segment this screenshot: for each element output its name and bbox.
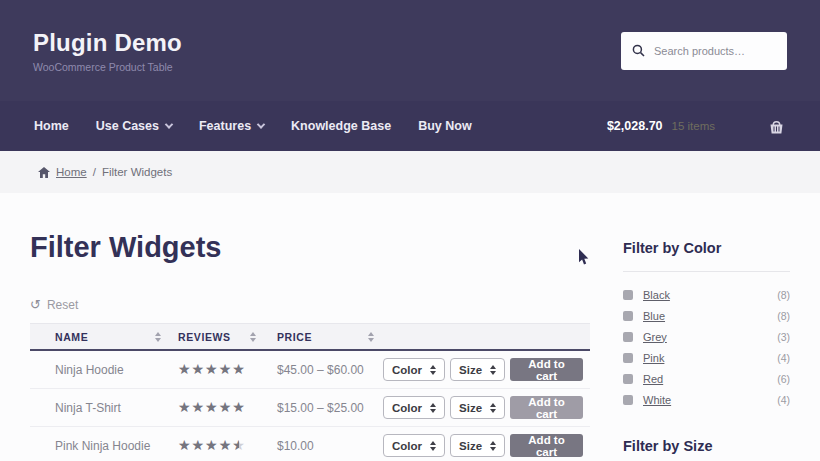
breadcrumb: Home / Filter Widgets bbox=[0, 151, 820, 193]
nav-item-buy-now[interactable]: Buy Now bbox=[418, 119, 471, 133]
nav-item-label: Features bbox=[199, 119, 251, 133]
nav-item-home[interactable]: Home bbox=[34, 119, 69, 133]
select-stepper-icon bbox=[430, 441, 436, 451]
product-price: $45.00 – $60.00 bbox=[265, 363, 383, 377]
color-swatch-icon bbox=[623, 395, 633, 405]
filter-link[interactable]: Red bbox=[643, 373, 663, 385]
select-label: Size bbox=[459, 440, 482, 452]
select-label: Size bbox=[459, 364, 482, 376]
nav-item-knowledge-base[interactable]: Knowledge Base bbox=[291, 119, 391, 133]
size-select[interactable]: Size bbox=[450, 358, 505, 381]
column-header-name[interactable]: NAME bbox=[30, 324, 170, 349]
color-select[interactable]: Color bbox=[383, 434, 445, 457]
color-select[interactable]: Color bbox=[383, 396, 445, 419]
sort-icon[interactable] bbox=[155, 332, 161, 342]
nav-item-features[interactable]: Features bbox=[199, 119, 264, 133]
filter-link[interactable]: Pink bbox=[643, 352, 664, 364]
nav-item-label: Knowledge Base bbox=[291, 119, 391, 133]
color-filter-pink[interactable]: Pink (4) bbox=[623, 352, 790, 363]
home-icon bbox=[38, 167, 50, 178]
site-subtitle: WooCommerce Product Table bbox=[33, 61, 182, 73]
site-title[interactable]: Plugin Demo bbox=[33, 29, 182, 57]
table-row: Ninja T-Shirt ★★★★★★★★★★ $15.00 – $25.00… bbox=[30, 389, 590, 427]
filter-sidebar: Filter by Color Black (8) Blue (8) Grey … bbox=[623, 193, 790, 461]
filter-count: (4) bbox=[777, 352, 790, 364]
select-stepper-icon bbox=[490, 365, 496, 375]
color-swatch-icon bbox=[623, 290, 633, 300]
filter-link[interactable]: Black bbox=[643, 289, 670, 301]
color-filter-blue[interactable]: Blue (8) bbox=[623, 310, 790, 321]
size-select[interactable]: Size bbox=[450, 396, 505, 419]
add-to-cart-button[interactable]: Add to cart bbox=[510, 434, 583, 457]
page: Plugin Demo WooCommerce Product Table Ho… bbox=[0, 0, 820, 461]
product-name: Pink Ninja Hoodie bbox=[30, 439, 170, 453]
nav-item-use-cases[interactable]: Use Cases bbox=[96, 119, 172, 133]
filter-count: (8) bbox=[777, 310, 790, 322]
table-row: Pink Ninja Hoodie ★★★★★★★★★★ $10.00 Colo… bbox=[30, 427, 590, 461]
color-swatch-icon bbox=[623, 374, 633, 384]
table-row: Ninja Hoodie ★★★★★★★★★★ $45.00 – $60.00 … bbox=[30, 351, 590, 389]
filter-count: (3) bbox=[777, 331, 790, 343]
filter-count: (8) bbox=[777, 289, 790, 301]
breadcrumb-current: Filter Widgets bbox=[102, 166, 172, 178]
chevron-down-icon bbox=[257, 120, 265, 128]
product-price: $10.00 bbox=[265, 439, 383, 453]
product-reviews: ★★★★★★★★★★ bbox=[170, 400, 265, 415]
filter-link[interactable]: White bbox=[643, 394, 671, 406]
product-reviews: ★★★★★★★★★★ bbox=[170, 438, 265, 453]
search-icon bbox=[632, 44, 645, 57]
filter-count: (6) bbox=[777, 373, 790, 385]
search-box[interactable] bbox=[621, 32, 787, 70]
select-stepper-icon bbox=[490, 403, 496, 413]
reset-icon: ↺ bbox=[30, 297, 41, 312]
sort-icon[interactable] bbox=[250, 332, 256, 342]
divider bbox=[623, 271, 790, 272]
filter-by-color-title: Filter by Color bbox=[623, 240, 790, 256]
sort-icon[interactable] bbox=[368, 332, 374, 342]
breadcrumb-home-link[interactable]: Home bbox=[56, 166, 87, 178]
select-stepper-icon bbox=[490, 441, 496, 451]
color-filter-red[interactable]: Red (6) bbox=[623, 373, 790, 384]
size-select[interactable]: Size bbox=[450, 434, 505, 457]
add-to-cart-button[interactable]: Add to cart bbox=[510, 396, 583, 419]
color-swatch-icon bbox=[623, 311, 633, 321]
product-name: Ninja T-Shirt bbox=[30, 401, 170, 415]
cart-total: $2,028.70 bbox=[607, 119, 663, 133]
filter-count: (4) bbox=[777, 394, 790, 406]
star-rating: ★★★★★★★★★★ bbox=[178, 400, 246, 414]
page-title: Filter Widgets bbox=[30, 231, 590, 264]
color-filter-grey[interactable]: Grey (3) bbox=[623, 331, 790, 342]
breadcrumb-separator: / bbox=[93, 166, 96, 178]
chevron-down-icon bbox=[165, 120, 173, 128]
product-price: $15.00 – $25.00 bbox=[265, 401, 383, 415]
star-rating: ★★★★★★★★★★ bbox=[178, 438, 246, 452]
column-header-reviews[interactable]: REVIEWS bbox=[170, 324, 265, 349]
site-branding: Plugin Demo WooCommerce Product Table bbox=[33, 29, 182, 73]
column-header-price[interactable]: PRICE bbox=[265, 324, 383, 349]
nav-item-label: Home bbox=[34, 119, 69, 133]
search-input[interactable] bbox=[654, 45, 776, 57]
buy-cell: Color Size Add to cart bbox=[383, 434, 590, 457]
column-label: PRICE bbox=[277, 331, 312, 343]
column-header-buy bbox=[383, 324, 590, 349]
select-label: Color bbox=[392, 440, 422, 452]
color-filter-white[interactable]: White (4) bbox=[623, 394, 790, 405]
reset-label: Reset bbox=[47, 298, 78, 312]
buy-cell: Color Size Add to cart bbox=[383, 396, 590, 419]
main-content: Filter Widgets ↺ Reset NAME REVIEWS PRIC… bbox=[0, 193, 820, 461]
color-filter-black[interactable]: Black (8) bbox=[623, 289, 790, 300]
color-swatch-icon bbox=[623, 332, 633, 342]
cart-basket-icon[interactable] bbox=[767, 118, 786, 135]
filter-link[interactable]: Blue bbox=[643, 310, 665, 322]
main-nav: Home Use Cases Features Knowledge Base B… bbox=[0, 101, 820, 151]
select-label: Size bbox=[459, 402, 482, 414]
select-label: Color bbox=[392, 402, 422, 414]
add-to-cart-button[interactable]: Add to cart bbox=[510, 358, 583, 381]
nav-item-label: Use Cases bbox=[96, 119, 159, 133]
filter-link[interactable]: Grey bbox=[643, 331, 667, 343]
buy-cell: Color Size Add to cart bbox=[383, 358, 590, 381]
cart-summary[interactable]: $2,028.70 15 items bbox=[607, 118, 786, 135]
reset-filters-link[interactable]: ↺ Reset bbox=[30, 297, 78, 323]
filter-by-size-title: Filter by Size bbox=[623, 438, 790, 454]
color-select[interactable]: Color bbox=[383, 358, 445, 381]
